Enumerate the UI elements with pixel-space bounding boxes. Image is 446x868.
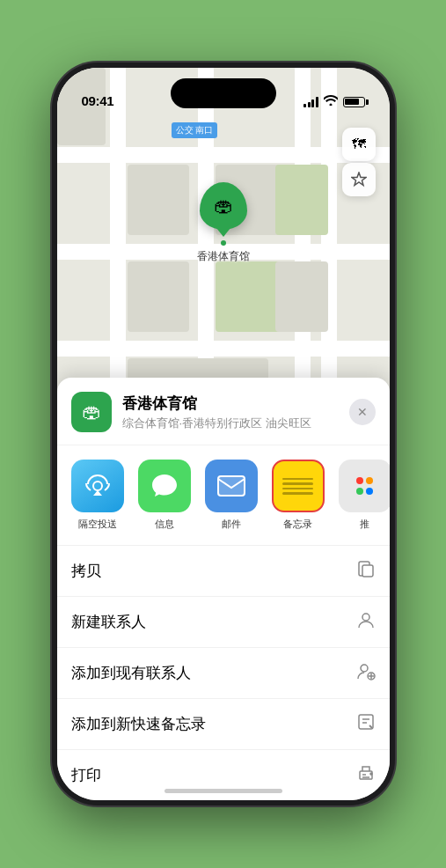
notes-icon — [272, 460, 325, 512]
map-controls: 🗺 — [342, 128, 376, 196]
new-contact-icon — [356, 610, 376, 634]
phone-screen: 09:41 — [57, 68, 390, 800]
action-quick-note[interactable]: 添加到新快速备忘录 — [57, 699, 390, 750]
action-copy-label: 拷贝 — [71, 561, 101, 581]
venue-name: 香港体育馆 — [122, 394, 349, 414]
action-quick-note-label: 添加到新快速备忘录 — [71, 714, 206, 734]
battery-fill — [345, 99, 359, 105]
action-add-existing[interactable]: 添加到现有联系人 — [57, 648, 390, 699]
share-item-messages[interactable]: 信息 — [138, 460, 191, 531]
action-new-contact[interactable]: 新建联系人 — [57, 597, 390, 648]
action-add-existing-label: 添加到现有联系人 — [71, 663, 191, 683]
map-road-h — [57, 147, 390, 163]
print-icon — [356, 763, 376, 787]
share-item-mail[interactable]: 邮件 — [205, 460, 258, 531]
action-list: 拷贝 新建联系人 — [57, 546, 390, 800]
marker-pin: 🏟 — [200, 182, 247, 230]
bottom-sheet: 🏟 香港体育馆 综合体育馆·香港特别行政区 油尖旺区 ✕ — [57, 378, 390, 800]
venue-icon: 🏟 — [71, 392, 112, 432]
dynamic-island — [171, 78, 276, 108]
share-item-more[interactable]: 推 — [339, 460, 390, 531]
share-item-airdrop[interactable]: 隔空投送 — [71, 460, 124, 531]
venue-desc: 综合体育馆·香港特别行政区 油尖旺区 — [122, 416, 349, 431]
mail-label: 邮件 — [222, 518, 241, 531]
sheet-header: 🏟 香港体育馆 综合体育馆·香港特别行政区 油尖旺区 ✕ — [57, 392, 390, 445]
action-copy[interactable]: 拷贝 — [57, 546, 390, 597]
close-button[interactable]: ✕ — [349, 399, 376, 425]
svg-point-5 — [361, 665, 368, 672]
status-time: 09:41 — [82, 93, 114, 108]
map-type-button[interactable]: 🗺 — [342, 128, 376, 161]
stadium-icon: 🏟 — [214, 195, 233, 217]
action-print-label: 打印 — [71, 765, 101, 785]
messages-label: 信息 — [155, 518, 174, 531]
airdrop-icon — [71, 460, 124, 512]
share-row: 隔空投送 信息 — [57, 445, 390, 546]
airdrop-label: 隔空投送 — [78, 518, 117, 531]
location-button[interactable] — [342, 163, 376, 196]
wifi-icon — [324, 95, 338, 108]
venue-info: 香港体育馆 综合体育馆·香港特别行政区 油尖旺区 — [122, 394, 349, 431]
signal-bars-icon — [303, 97, 318, 107]
phone-frame: 09:41 — [52, 63, 395, 805]
svg-point-4 — [362, 614, 369, 621]
stadium-marker[interactable]: 🏟 香港体育馆 — [197, 182, 250, 264]
map-label: 公交 南口 — [172, 122, 218, 138]
svg-point-9 — [370, 773, 372, 775]
marker-label: 香港体育馆 — [197, 249, 250, 264]
svg-rect-1 — [218, 476, 245, 496]
more-icon — [339, 460, 390, 512]
share-item-notes[interactable]: 备忘录 — [272, 460, 325, 531]
quick-note-icon — [356, 712, 376, 736]
battery-icon — [343, 97, 365, 107]
map-road-h3 — [57, 341, 390, 357]
action-new-contact-label: 新建联系人 — [71, 612, 146, 632]
home-indicator — [165, 789, 282, 793]
status-icons — [303, 95, 365, 108]
notes-label: 备忘录 — [283, 518, 312, 531]
marker-dot — [221, 240, 226, 246]
more-label: 推 — [360, 518, 369, 531]
copy-icon — [356, 559, 376, 583]
mail-icon — [205, 460, 258, 512]
svg-point-0 — [93, 482, 102, 490]
messages-icon — [138, 460, 191, 512]
add-existing-icon — [356, 661, 376, 685]
svg-rect-3 — [362, 565, 373, 577]
